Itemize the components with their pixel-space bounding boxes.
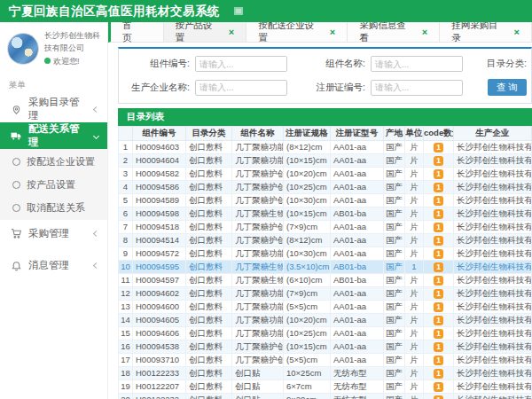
table-row[interactable]: 20H00122232创口敷料创口贴9×20cm无纺布型国产片1长沙邦创生物科技… <box>119 394 532 399</box>
manufacturer-input[interactable] <box>195 80 287 96</box>
sidebar-item-delivery-mgmt[interactable]: 配送关系管理 <box>0 122 107 149</box>
column-header: 注册证规格 <box>284 127 331 141</box>
table-row[interactable]: 16H00094538创口敷料几丁聚糖护创贴（(10×15)cmAA01-aa国… <box>119 340 532 354</box>
circle-icon <box>12 204 20 212</box>
online-status-icon <box>44 58 51 64</box>
code-count-badge: 1 <box>434 209 443 220</box>
avatar <box>7 33 39 65</box>
sidebar-subitem-label: 按配送企业设置 <box>27 155 95 168</box>
sidebar-item-label: 消息管理 <box>28 259 69 272</box>
table-row[interactable]: 10H00094595创口敷料几丁聚糖生物膜(3.5×10)cmAB01-ba国… <box>119 261 532 274</box>
table-row[interactable]: 15H00094606创口敷料几丁聚糖功能性护(10×25)cmAA01-aa国… <box>119 327 532 340</box>
code-count-badge: 1 <box>434 329 443 340</box>
table-row[interactable]: 8H00094514创口敷料几丁聚糖护创贴（(8×12)cmAA01-aa国产片… <box>119 234 532 247</box>
table-row[interactable]: 14H00094605创口敷料几丁聚糖功能性护(10×20)cmAA01-aa国… <box>119 314 532 327</box>
registration-no-label: 注册证编号: <box>289 82 371 94</box>
close-icon[interactable]: × <box>422 27 427 37</box>
close-icon[interactable]: × <box>330 27 335 37</box>
code-count-badge: 1 <box>434 262 443 273</box>
sidebar-subitem-cancel-delivery[interactable]: 取消配送关系 <box>0 196 107 219</box>
column-header: 注册证型号 <box>331 127 384 141</box>
sidebar-item-catalog-mgmt[interactable]: 采购目录管理 <box>0 96 107 122</box>
tab-label: 首页 <box>122 22 141 44</box>
component-name-label: 组件名称: <box>289 58 371 70</box>
table-row[interactable]: 17H00093710创口敷料几丁聚糖护创贴（(5×5)cmAA01-aa国产片… <box>119 354 532 367</box>
tab-online-catalog[interactable]: 挂网采购目录 × <box>440 22 532 42</box>
sidebar-item-label: 采购管理 <box>28 227 69 240</box>
chevron-left-icon <box>93 231 99 237</box>
welcome-row: 欢迎您! <box>44 55 104 67</box>
code-count-badge: 1 <box>434 223 443 233</box>
component-name-input[interactable] <box>371 56 463 72</box>
tab-bar: 首页 按产品设置 × 按配送企业设置 × 采购信息查看 × 挂网采购目录 × <box>108 22 532 43</box>
table-row[interactable]: 3H00094582创口敷料几丁聚糖护创贴（(10×20)cmAA01-aa国产… <box>119 168 532 181</box>
table-row[interactable]: 6H00094598创口敷料几丁聚糖生物膜(10×15)cmAB01-ba国产片… <box>119 207 532 221</box>
table-row[interactable]: 13H00094600创口敷料几丁聚糖功能性护(5×5)cmAA01-aa国产片… <box>119 301 532 314</box>
welcome-text: 欢迎您! <box>53 55 80 67</box>
code-count-badge: 1 <box>434 156 443 167</box>
column-header: 组件名称 <box>232 127 284 141</box>
code-count-badge: 1 <box>434 289 443 300</box>
app-window: 宁夏回族自治区高值医用耗材交易系统 长沙邦创生物科技有限公司 欢迎您! 菜单 采… <box>0 0 532 399</box>
table-row[interactable]: 19H00122207创口敷料创口贴6×7cm无纺布型国产片1长沙邦创生物科技有… <box>119 380 532 394</box>
user-panel: 长沙邦创生物科技有限公司 欢迎您! <box>0 22 107 73</box>
code-count-badge: 1 <box>434 249 443 260</box>
menu-section-label: 菜单 <box>0 73 107 96</box>
sidebar-subitem-label: 按产品设置 <box>27 178 75 192</box>
table-row[interactable]: 18H00122233创口敷料创口贴10×25cm无纺布型国产片1长沙邦创生物科… <box>119 367 532 380</box>
tab-by-delivery-company[interactable]: 按配送企业设置 × <box>246 22 348 42</box>
code-count-badge: 1 <box>434 143 443 153</box>
table-row[interactable]: 11H00094597创口敷料几丁聚糖生物膜(6×10)cmAB01-ba国产片… <box>119 274 532 287</box>
table-row[interactable]: 12H00094602创口敷料几丁聚糖功能性护(7×9)cmAA01-aa国产片… <box>119 287 532 301</box>
code-count-badge: 1 <box>434 369 443 379</box>
tab-label: 按产品设置 <box>176 22 221 44</box>
table-row[interactable]: 7H00094518创口敷料几丁聚糖护创贴（(7×9)cmAA01-aa国产片1… <box>119 221 532 234</box>
registration-no-input[interactable] <box>371 80 463 96</box>
catalog-list-title: 目录列表 <box>118 108 532 126</box>
tab-home[interactable]: 首页 <box>111 22 164 42</box>
table-row[interactable]: 1H00094603创口敷料几丁聚糖功能性护(8×12)cmAA01-aa国产片… <box>119 141 532 154</box>
column-header: 组件编号 <box>133 127 186 141</box>
component-id-label: 组件编号: <box>119 58 195 70</box>
sidebar-item-label: 采购目录管理 <box>28 96 88 122</box>
code-count-badge: 1 <box>434 316 443 326</box>
code-count-badge: 1 <box>434 356 443 366</box>
query-button[interactable]: 查 询 <box>488 79 527 96</box>
circle-icon <box>12 181 20 189</box>
code-count-badge: 1 <box>434 169 443 180</box>
catalog-table: 组件编号 目录分类 组件名称 注册证规格 注册证型号 产地 单位 code数量 … <box>118 126 532 399</box>
tab-label: 挂网采购目录 <box>451 22 505 44</box>
chevron-down-icon <box>93 133 99 139</box>
bell-icon <box>11 260 22 271</box>
tab-label: 按配送企业设置 <box>258 22 322 44</box>
sidebar-subitem-label: 取消配送关系 <box>27 201 85 215</box>
sidebar-item-purchase-mgmt[interactable]: 采购管理 <box>0 220 107 246</box>
top-bar: 宁夏回族自治区高值医用耗材交易系统 <box>0 0 532 22</box>
catalog-category-label: 目录分类: <box>465 58 531 70</box>
column-header: 目录分类 <box>186 127 232 141</box>
code-count-badge: 1 <box>434 342 443 353</box>
sidebar: 长沙邦创生物科技有限公司 欢迎您! 菜单 采购目录管理 配送关系管理 <box>0 22 108 399</box>
table-row[interactable]: 2H00094604创口敷料几丁聚糖功能性护(10×15)cmAA01-aa国产… <box>119 154 532 168</box>
code-count-badge: 1 <box>434 302 443 313</box>
component-id-input[interactable] <box>195 56 287 72</box>
company-name: 长沙邦创生物科技有限公司 <box>44 31 100 52</box>
close-icon[interactable]: × <box>514 27 520 37</box>
sidebar-item-message-mgmt[interactable]: 消息管理 <box>0 252 107 278</box>
table-row[interactable]: 5H00094589创口敷料几丁聚糖护创贴（(10×30)cmAA01-aa国产… <box>119 194 532 207</box>
delivery-submenu: 按配送企业设置 按产品设置 取消配送关系 <box>0 149 107 220</box>
sidebar-subitem-by-delivery-company[interactable]: 按配送企业设置 <box>0 150 107 173</box>
circle-icon <box>12 158 20 166</box>
close-icon[interactable]: × <box>229 27 234 37</box>
table-row[interactable]: 4H00094586创口敷料几丁聚糖护创贴（(10×25)cmAA01-aa国产… <box>119 181 532 194</box>
table-row[interactable]: 9H00094572创口敷料几丁聚糖功能性护(10×30)cmAA01-aa国产… <box>119 247 532 261</box>
tab-purchase-info[interactable]: 采购信息查看 × <box>348 22 440 42</box>
code-count-badge: 1 <box>434 196 443 207</box>
code-count-badge: 1 <box>434 276 443 286</box>
tab-label: 采购信息查看 <box>359 22 413 44</box>
column-header: 单位 <box>405 127 424 141</box>
tab-by-product[interactable]: 按产品设置 × <box>164 22 247 42</box>
column-header: 产地 <box>384 127 405 141</box>
sidebar-subitem-by-product[interactable]: 按产品设置 <box>0 173 107 196</box>
menu-toggle-icon[interactable] <box>234 7 243 15</box>
